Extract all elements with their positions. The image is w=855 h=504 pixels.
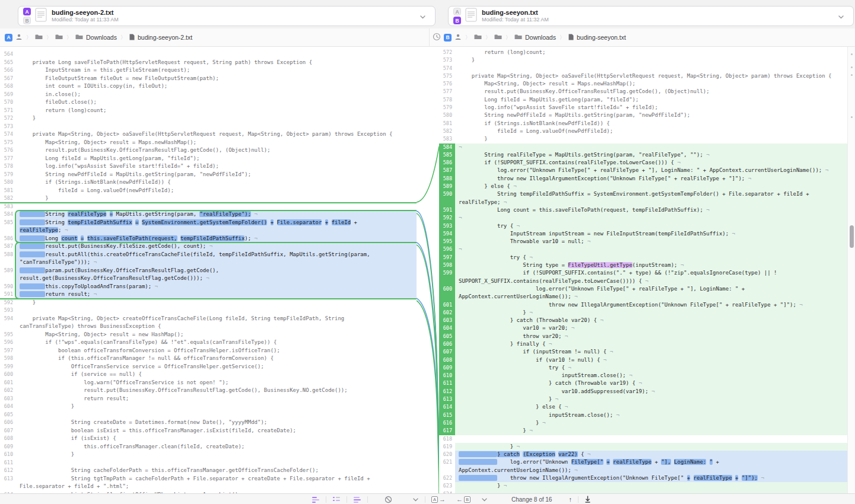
code-line: if (isExist) { (16, 435, 417, 443)
code-row: 573 } (439, 56, 847, 64)
code-row: 582 fileId = Long.valueOf(newPdfFileId); (439, 127, 847, 135)
code-line: } catch (Exception var22) { ¬ (455, 451, 847, 458)
code-line: InputStream in = this.getFileStream(requ… (16, 66, 417, 75)
code-pane-right[interactable]: 572 return (long)count;573 }574575 priva… (439, 47, 847, 493)
code-line: throw new IllegalArgumentException("Unkn… (455, 301, 847, 309)
code-row: 584 String realFileType = MapUtils.getSt… (0, 210, 417, 219)
code-line: fileOut.close(); (16, 98, 417, 107)
code-line: if (Strings.isNotBlank(newPdfFileId)) { (455, 120, 847, 127)
file-modified: Modified: Today at 11:33 AM (52, 17, 119, 23)
code-row: 622 throw new IllegalArgumentException("… (439, 474, 847, 482)
code-row: 615 inputStream.close(); ¬ (439, 412, 847, 419)
chevron-separator: 〉 (46, 34, 52, 42)
blocks-view-icon[interactable] (332, 496, 341, 503)
folder-icon[interactable] (35, 34, 43, 41)
code-line (455, 65, 847, 72)
code-line (16, 203, 417, 211)
ab-badge-column: A B (23, 8, 31, 24)
line-number: 604 (0, 403, 16, 411)
line-number: 580 (0, 178, 16, 187)
code-pane-left[interactable]: 564565 private Long saveFileToPath(HttpS… (0, 47, 417, 493)
code-line: param.put(BusinessKey.OfficeTransResultF… (16, 267, 417, 275)
code-line: Map<String, Object> result = Maps.newHas… (455, 80, 847, 88)
code-line (16, 307, 417, 315)
chevron-down-icon[interactable] (837, 12, 845, 23)
chevron-down-icon[interactable] (412, 496, 419, 503)
copy-a-to-b-icon[interactable]: A→ (431, 496, 446, 503)
code-row: canTransFileType) throws BusinessExcepti… (0, 323, 417, 331)
file-card-right[interactable]: A B buding-seeyon.txt Modified: Today at… (448, 6, 854, 26)
code-row: 620 } catch (Exception var22) { ¬ (439, 451, 847, 458)
code-line: } ¬ (455, 395, 847, 403)
line-number (439, 467, 455, 474)
code-line: InputStream inputStream = new FileInputS… (455, 230, 847, 238)
unified-view-icon[interactable] (353, 496, 361, 503)
code-row: 601 throw new IllegalArgumentException("… (439, 301, 847, 309)
chevron-separator: 〉 (485, 34, 491, 42)
code-row: 591 Long count = this.saveFileToPath(req… (439, 206, 847, 214)
line-number: 576 (439, 80, 455, 88)
breadcrumb-file[interactable]: buding-seeyon.txt (577, 34, 626, 41)
line-number: 623 (439, 482, 455, 490)
code-line: FileOutputStream fileOut = new FileOutpu… (16, 75, 417, 83)
line-number: 597 (0, 347, 16, 355)
code-line: } else { ¬ (455, 183, 847, 190)
line-number: 577 (439, 88, 455, 95)
chevron-down-icon[interactable] (481, 496, 488, 503)
code-row: 580 String newPdfFileId = MapUtils.getSt… (439, 111, 847, 119)
scrollbar-change-marker (851, 116, 853, 118)
previous-change-icon[interactable]: ↑ (568, 496, 572, 503)
folder-icon[interactable] (55, 34, 63, 41)
ignore-icon[interactable] (384, 496, 392, 503)
code-row: 603 } catch (Throwable var20) { ¬ (439, 317, 847, 324)
scrollbar[interactable] (847, 47, 855, 493)
line-number: 608 (0, 435, 16, 443)
code-line: fileId = Long.valueOf(newPdfFileId); (16, 187, 417, 195)
fluid-view-icon[interactable] (312, 496, 320, 503)
line-number: 593 (0, 307, 16, 315)
code-row: 577 result.put(BusinessKey.OfficeTransRe… (439, 88, 847, 95)
next-change-icon[interactable] (584, 496, 591, 503)
toolbar-separator (347, 496, 347, 503)
scrollbar-thumb[interactable] (850, 225, 854, 248)
breadcrumb-folder[interactable]: Downloads (525, 34, 556, 41)
file-card-left[interactable]: A B buding-seeyon-2.txt Modified: Today … (18, 6, 436, 26)
copy-b-to-a-icon[interactable]: ←B (456, 496, 471, 503)
code-row: 579 log.info("wpsAssist SaveFile start!f… (439, 104, 847, 111)
code-row: 602 } ¬ (439, 309, 847, 317)
line-number: 613 (0, 475, 16, 483)
code-row: realFileType; ¬ (439, 199, 847, 206)
code-line: String realFileType = MapUtils.getString… (16, 210, 417, 219)
code-line (16, 411, 417, 419)
folder-icon[interactable] (494, 34, 502, 41)
code-line: private Map<String, Object> oaSaveFile(H… (16, 130, 417, 139)
code-line: inputStream.close(); ¬ (455, 412, 847, 419)
line-number: 574 (439, 65, 455, 72)
code-row: 582 } (0, 194, 417, 203)
code-line: SUPPORT_X_SUFFIX.contains(realFileType.t… (455, 277, 847, 285)
user-icon[interactable] (15, 33, 23, 42)
folder-icon[interactable] (474, 34, 482, 41)
line-number: 588 (439, 175, 455, 183)
breadcrumb-file[interactable]: buding-seeyon-2.txt (138, 34, 192, 41)
breadcrumb-folder[interactable]: Downloads (86, 34, 117, 41)
folder-icon[interactable] (514, 34, 522, 41)
line-number: 611 (0, 459, 16, 467)
chevron-down-icon[interactable] (419, 12, 427, 23)
code-row: 612 String cacheFolderPath = this.office… (0, 467, 417, 475)
line-number: 576 (0, 146, 16, 155)
folder-icon[interactable] (75, 34, 83, 41)
code-row: 566 InputStream in = this.getFileStream(… (0, 66, 417, 75)
code-line: return result; (16, 395, 417, 403)
code-row: 606 String createDate = Datetimes.format… (0, 419, 417, 427)
code-line (16, 123, 417, 131)
code-row: 565 private Long saveFileToPath(HttpServ… (0, 59, 417, 67)
user-icon[interactable] (454, 33, 462, 42)
code-row: 587 log.error("Unknown FileType[" + real… (439, 167, 847, 174)
history-icon[interactable] (433, 33, 441, 42)
code-line: if (service == null) { (16, 371, 417, 379)
line-number: 598 (0, 355, 16, 363)
code-line: canTransFileType) throws BusinessExcepti… (16, 323, 417, 331)
line-number: 605 (439, 333, 455, 340)
code-row: 608 if (isExist) { (0, 435, 417, 443)
